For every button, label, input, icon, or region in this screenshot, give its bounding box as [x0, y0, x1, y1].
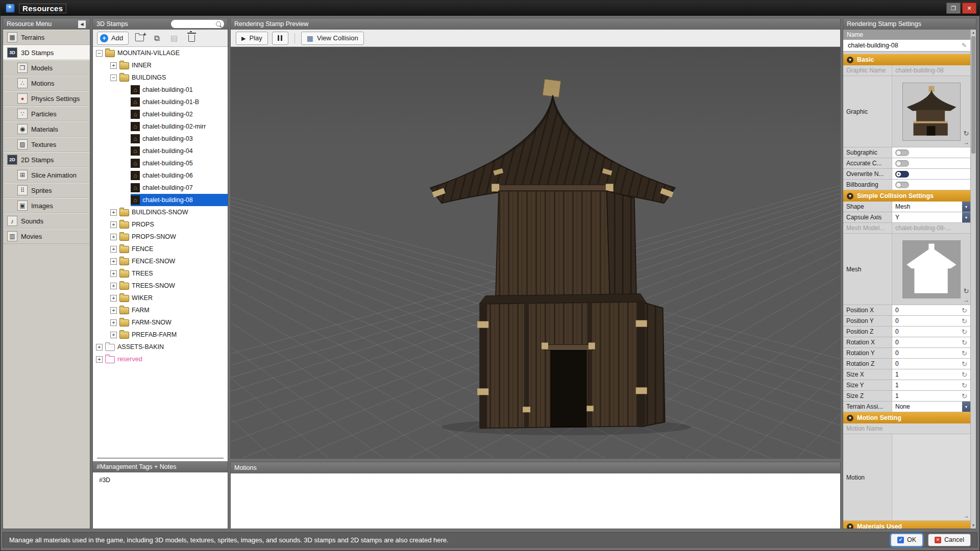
- tree-item-chalet-building-07[interactable]: chalet-building-07: [93, 182, 228, 194]
- size-x-input[interactable]: 1: [892, 369, 970, 380]
- expand-icon[interactable]: +: [110, 234, 117, 240]
- search-input[interactable]: [174, 20, 214, 28]
- play-button[interactable]: Play: [236, 32, 268, 45]
- sidebar-item-textures[interactable]: ▨Textures: [3, 137, 90, 152]
- position-z-input[interactable]: 0: [892, 327, 970, 337]
- tree-item-farm-snow[interactable]: +FARM-SNOW: [93, 316, 228, 329]
- graphic-thumbnail[interactable]: [902, 83, 961, 141]
- scroll-track[interactable]: [971, 36, 976, 522]
- position-x-input[interactable]: 0: [892, 305, 970, 315]
- sidebar-item-2d-stamps[interactable]: 2D2D Stamps: [3, 152, 90, 167]
- tree-item-chalet-building-06[interactable]: chalet-building-06: [93, 169, 228, 182]
- apply-arrow-icon[interactable]: [963, 139, 969, 146]
- sidebar-item-slice-animation[interactable]: ⊞Slice Animation: [3, 167, 90, 183]
- sidebar-item-models[interactable]: ❒Models: [3, 60, 90, 76]
- tree-item-chalet-building-02[interactable]: chalet-building-02: [93, 108, 228, 120]
- tree-item-trees-snow[interactable]: +TREES-SNOW: [93, 280, 228, 292]
- name-input[interactable]: [847, 41, 960, 49]
- tree-item-chalet-building-01-b[interactable]: chalet-building-01-B: [93, 96, 228, 108]
- toggle-subgraphic[interactable]: [895, 149, 909, 156]
- basic-section-header[interactable]: Basic: [843, 54, 970, 65]
- capsule-axis-dropdown-button[interactable]: [962, 212, 970, 222]
- reset-spinner-icon[interactable]: [962, 317, 967, 325]
- terrain-dropdown-button[interactable]: [962, 402, 970, 412]
- materials-section-header[interactable]: Materials Used: [843, 521, 970, 529]
- tree-item-farm[interactable]: +FARM: [93, 304, 228, 316]
- position-y-input[interactable]: 0: [892, 316, 970, 326]
- viewport-canvas[interactable]: [231, 47, 840, 458]
- tags-notes-area[interactable]: #3D: [93, 472, 228, 529]
- sidebar-item-sounds[interactable]: ♪Sounds: [3, 213, 90, 229]
- collapse-icon[interactable]: −: [110, 74, 117, 81]
- close-window-button[interactable]: [962, 3, 976, 14]
- viewport[interactable]: [231, 47, 840, 458]
- cancel-button[interactable]: Cancel: [928, 534, 971, 546]
- reset-spinner-icon[interactable]: [962, 349, 967, 357]
- rotation-y-input[interactable]: 0: [892, 348, 970, 358]
- reset-spinner-icon[interactable]: [962, 382, 967, 389]
- expand-icon[interactable]: +: [110, 246, 117, 253]
- expand-icon[interactable]: +: [96, 344, 103, 350]
- duplicate-button[interactable]: [150, 32, 163, 44]
- restore-window-button[interactable]: [946, 3, 961, 14]
- tree-item-props-snow[interactable]: +PROPS-SNOW: [93, 231, 228, 243]
- save-button[interactable]: [167, 32, 181, 44]
- expand-icon[interactable]: +: [110, 319, 117, 326]
- expand-icon[interactable]: +: [110, 258, 117, 265]
- fit-view-icon[interactable]: [964, 130, 969, 137]
- sidebar-item-materials[interactable]: ◉Materials: [3, 121, 90, 137]
- sidebar-item-movies[interactable]: ▥Movies: [3, 229, 90, 244]
- collapse-sidebar-button[interactable]: [78, 20, 86, 29]
- expand-icon[interactable]: +: [110, 332, 117, 338]
- toggle-overwrite-n[interactable]: [895, 171, 909, 178]
- rotation-z-input[interactable]: 0: [892, 359, 970, 369]
- toggle-accurate-c[interactable]: [895, 160, 909, 167]
- tree-item-trees[interactable]: +TREES: [93, 267, 228, 280]
- tree-item-chalet-building-08[interactable]: chalet-building-08: [93, 194, 228, 206]
- expand-icon[interactable]: +: [96, 356, 103, 363]
- tree-item-chalet-building-01[interactable]: chalet-building-01: [93, 84, 228, 96]
- tree-splitter[interactable]: [93, 455, 228, 461]
- scroll-up-button[interactable]: ▲: [971, 30, 976, 36]
- expand-icon[interactable]: +: [110, 283, 117, 289]
- tree-item-inner[interactable]: +INNER: [93, 59, 228, 71]
- add-stamp-button[interactable]: Add: [97, 32, 129, 45]
- tree-item-reserved[interactable]: +reserved: [93, 353, 228, 365]
- toggle-billboarding[interactable]: [895, 182, 909, 188]
- tree-item-chalet-building-03[interactable]: chalet-building-03: [93, 133, 228, 145]
- sidebar-item-sprites[interactable]: ⠿Sprites: [3, 183, 90, 198]
- pause-button[interactable]: [272, 32, 288, 45]
- reset-spinner-icon[interactable]: [962, 360, 967, 368]
- tree-item-assets-bakin[interactable]: +ASSETS-BAKIN: [93, 341, 228, 353]
- reset-spinner-icon[interactable]: [962, 371, 967, 379]
- tree-item-fence-snow[interactable]: +FENCE-SNOW: [93, 255, 228, 267]
- reset-spinner-icon[interactable]: [962, 307, 967, 314]
- expand-icon[interactable]: +: [110, 221, 117, 228]
- tree-item-chalet-building-02-mirr[interactable]: chalet-building-02-mirr: [93, 120, 228, 133]
- apply-arrow-icon[interactable]: [963, 296, 969, 304]
- shape-dropdown-button[interactable]: [962, 202, 970, 212]
- collapse-icon[interactable]: −: [96, 50, 103, 57]
- tree-item-fence[interactable]: +FENCE: [93, 243, 228, 255]
- expand-icon[interactable]: +: [110, 295, 117, 302]
- settings-scrollbar[interactable]: ▲ ▼: [970, 30, 976, 529]
- reset-spinner-icon[interactable]: [962, 339, 967, 346]
- scroll-down-button[interactable]: ▼: [971, 522, 976, 529]
- ok-button[interactable]: OK: [891, 534, 923, 546]
- tree-item-chalet-building-05[interactable]: chalet-building-05: [93, 157, 228, 169]
- mesh-thumbnail[interactable]: [902, 240, 961, 298]
- expand-icon[interactable]: +: [110, 307, 117, 314]
- add-folder-button[interactable]: [133, 32, 146, 44]
- sidebar-item-terrains[interactable]: ▦Terrains: [3, 30, 90, 45]
- size-z-input[interactable]: 1: [892, 391, 970, 401]
- reset-spinner-icon[interactable]: [962, 328, 967, 336]
- tree-item-buildings-snow[interactable]: +BUILDINGS-SNOW: [93, 206, 228, 218]
- size-y-input[interactable]: 1: [892, 380, 970, 390]
- reset-spinner-icon[interactable]: [962, 392, 967, 400]
- tree-item-props[interactable]: +PROPS: [93, 218, 228, 231]
- tree-item-chalet-building-04[interactable]: chalet-building-04: [93, 145, 228, 157]
- fit-view-icon[interactable]: [964, 287, 969, 295]
- sidebar-item-physics-settings[interactable]: ●Physics Settings: [3, 91, 90, 106]
- apply-arrow-icon[interactable]: [963, 512, 969, 519]
- tree-item-prefab-farm[interactable]: +PREFAB-FARM: [93, 329, 228, 341]
